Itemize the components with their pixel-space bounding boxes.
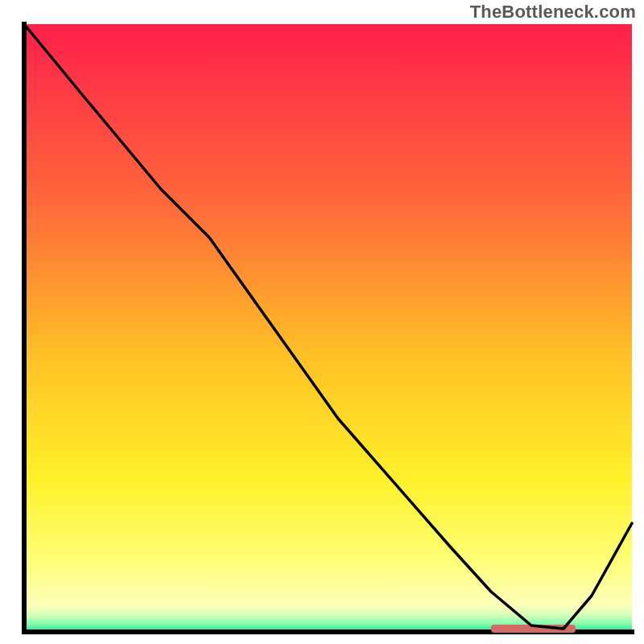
gradient-background <box>24 24 632 632</box>
chart-container: { "attribution": "TheBottleneck.com", "c… <box>0 0 644 644</box>
bottleneck-chart <box>0 0 644 644</box>
